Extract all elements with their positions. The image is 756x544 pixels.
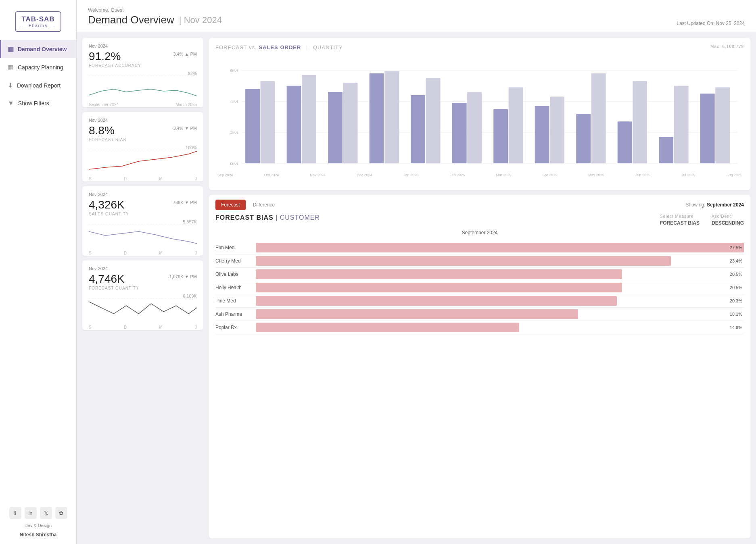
kpi-chart-max-forecast-quantity: 6,109K bbox=[183, 294, 197, 298]
kpi-sparkline-sales-quantity: .dashed-sales-quantity{stroke-dasharray:… bbox=[89, 219, 197, 248]
kpi-chart-max-forecast-bias: 100% bbox=[186, 145, 197, 150]
bar-x-label: Nov 2024 bbox=[310, 173, 326, 177]
svg-rect-34 bbox=[700, 94, 715, 163]
kpi-chart-x-forecast-bias: SDMJ bbox=[89, 177, 197, 181]
bar-x-label: May 2025 bbox=[588, 173, 604, 177]
svg-rect-14 bbox=[287, 86, 301, 163]
nav-label-capacity-planning: Capacity Planning bbox=[18, 64, 63, 71]
bar-chart-x-labels: Sep 2024Oct 2024Nov 2024Dec 2024Jan 2025… bbox=[215, 173, 744, 177]
twitter-icon-btn[interactable]: 𝕏 bbox=[40, 507, 52, 519]
kpi-sparkline-forecast-bias: .dashed-forecast-bias{stroke-dasharray:4… bbox=[89, 145, 197, 173]
customer-row: Pine Med 20.3% bbox=[215, 294, 744, 308]
customer-value: 27.5% bbox=[730, 245, 742, 250]
kpi-value-forecast-quantity: 4,746K bbox=[89, 273, 139, 286]
logo-subtitle: — Pharma — bbox=[21, 23, 54, 28]
bottom-section: ForecastDifference Showing: September 20… bbox=[209, 195, 750, 538]
sidebar-item-show-filters[interactable]: ▼ Show Filters bbox=[0, 94, 76, 112]
tab-forecast[interactable]: Forecast bbox=[215, 200, 246, 210]
customer-bar bbox=[256, 309, 578, 319]
kpi-month-sales-quantity: Nov 2024 bbox=[89, 192, 197, 197]
showing-label: Showing: September 2024 bbox=[685, 202, 744, 208]
kpi-badge-forecast-accuracy: 3.4% ▲ PM bbox=[173, 52, 197, 56]
sidebar-item-capacity-planning[interactable]: ▦ Capacity Planning bbox=[0, 58, 76, 76]
kpi-label-forecast-quantity: FORECAST QUANTITY bbox=[89, 286, 139, 290]
kpi-card-forecast-bias: Nov 2024 8.8% FORECAST BIAS -3.4% ▼ PM 1… bbox=[82, 112, 203, 181]
logo-title: TAB-SAB bbox=[21, 15, 54, 23]
nav-label-demand-overview: Demand Overview bbox=[18, 46, 67, 52]
svg-rect-33 bbox=[674, 86, 689, 163]
last-updated: Last Updated On: Nov 25, 2024 bbox=[677, 21, 745, 26]
bar-x-label: Feb 2025 bbox=[449, 173, 465, 177]
kpi-sparkline-forecast-accuracy: .dashed-forecast-accuracy{stroke-dasharr… bbox=[89, 71, 197, 99]
svg-rect-35 bbox=[715, 88, 730, 163]
customer-name: Poplar Rx bbox=[215, 325, 256, 330]
svg-rect-22 bbox=[452, 103, 467, 163]
svg-rect-31 bbox=[633, 81, 647, 163]
bar-x-label: Oct 2024 bbox=[264, 173, 279, 177]
chart-max-label: Max: 6,108,779 bbox=[710, 44, 744, 49]
svg-rect-15 bbox=[302, 75, 316, 163]
logo-box: TAB-SAB — Pharma — bbox=[15, 11, 61, 32]
chart-title-unit: QUANTITY bbox=[313, 44, 343, 50]
customer-table: Elm Med 27.5% Cherry Med 23.4% Olive Lab… bbox=[215, 241, 744, 534]
settings-icon-btn[interactable]: ✿ bbox=[55, 507, 67, 519]
bottom-header: ForecastDifference Showing: September 20… bbox=[215, 200, 744, 210]
bar-x-label: Apr 2025 bbox=[543, 173, 558, 177]
chart-title-forecast: FORECAST bbox=[215, 44, 247, 50]
customer-name: Pine Med bbox=[215, 298, 256, 304]
sidebar-item-download-report[interactable]: ⬇ Download Report bbox=[0, 76, 76, 94]
kpi-card-sales-quantity: Nov 2024 4,326K SALES QUANTITY -788K ▼ P… bbox=[82, 186, 203, 256]
kpi-sparkline-forecast-quantity: .dashed-forecast-quantity{stroke-dasharr… bbox=[89, 294, 197, 322]
measure-area: Select Measure FORECAST BIAS Asc/Desc DE… bbox=[660, 214, 744, 226]
kpi-chart-max-sales-quantity: 5,557K bbox=[183, 219, 197, 224]
customer-name: Elm Med bbox=[215, 245, 256, 250]
select-measure-label: Select Measure bbox=[660, 214, 700, 219]
dev-label: Dev & Design bbox=[25, 523, 52, 528]
linkedin-icon-btn[interactable]: in bbox=[25, 507, 37, 519]
svg-rect-25 bbox=[509, 88, 523, 163]
customer-bar bbox=[256, 296, 617, 306]
customer-name: Cherry Med bbox=[215, 258, 256, 264]
customer-name: Olive Labs bbox=[215, 271, 256, 277]
svg-rect-27 bbox=[550, 97, 564, 163]
customer-bar bbox=[256, 283, 622, 292]
social-icons: ℹ in 𝕏 ✿ bbox=[9, 507, 67, 519]
kpi-value-forecast-bias: 8.8% bbox=[89, 124, 126, 137]
customer-value: 23.4% bbox=[730, 258, 742, 263]
svg-rect-26 bbox=[535, 106, 549, 163]
customer-bar bbox=[256, 256, 671, 266]
svg-rect-21 bbox=[426, 78, 441, 163]
svg-rect-29 bbox=[591, 73, 606, 163]
svg-rect-17 bbox=[343, 83, 358, 163]
nav-label-download-report: Download Report bbox=[17, 82, 61, 89]
bar-chart-card: FORECAST vs. SALES ORDER | QUANTITY Max:… bbox=[209, 38, 750, 190]
period-header: September 2024 bbox=[215, 230, 744, 237]
kpi-column: Nov 2024 91.2% FORECAST ACCURACY 3.4% ▲ … bbox=[82, 38, 203, 538]
customer-row: Holly Health 20.5% bbox=[215, 281, 744, 294]
customer-value: 18.1% bbox=[730, 312, 742, 317]
svg-rect-32 bbox=[659, 137, 673, 163]
customer-bar-wrap: 18.1% bbox=[256, 309, 744, 319]
svg-text:4M: 4M bbox=[230, 100, 238, 104]
sidebar-item-demand-overview[interactable]: ▦ Demand Overview bbox=[0, 40, 76, 58]
customer-bar-wrap: 14.9% bbox=[256, 323, 744, 332]
customer-value: 14.9% bbox=[730, 325, 742, 330]
customer-bar-wrap: 20.5% bbox=[256, 283, 744, 292]
info-icon-btn[interactable]: ℹ bbox=[9, 507, 21, 519]
page-title-month: | Nov 2024 bbox=[179, 15, 222, 25]
page-title: Demand Overview | Nov 2024 bbox=[88, 14, 222, 26]
customer-row: Poplar Rx 14.9% bbox=[215, 321, 744, 334]
customer-name: Holly Health bbox=[215, 285, 256, 290]
svg-text:2M: 2M bbox=[230, 131, 238, 135]
kpi-chart-x-forecast-accuracy: September 2024March 2025 bbox=[89, 102, 197, 107]
tab-difference[interactable]: Difference bbox=[247, 200, 280, 210]
content-area: Nov 2024 91.2% FORECAST ACCURACY 3.4% ▲ … bbox=[77, 32, 756, 544]
nav-label-show-filters: Show Filters bbox=[18, 100, 49, 106]
kpi-value-forecast-accuracy: 91.2% bbox=[89, 50, 141, 63]
tab-buttons: ForecastDifference bbox=[215, 200, 280, 210]
kpi-value-sales-quantity: 4,326K bbox=[89, 198, 129, 211]
sidebar-nav: ▦ Demand Overview▦ Capacity Planning⬇ Do… bbox=[0, 40, 76, 112]
customer-bar bbox=[256, 269, 622, 279]
svg-rect-24 bbox=[493, 109, 508, 163]
bar-x-label: Dec 2024 bbox=[357, 173, 372, 177]
